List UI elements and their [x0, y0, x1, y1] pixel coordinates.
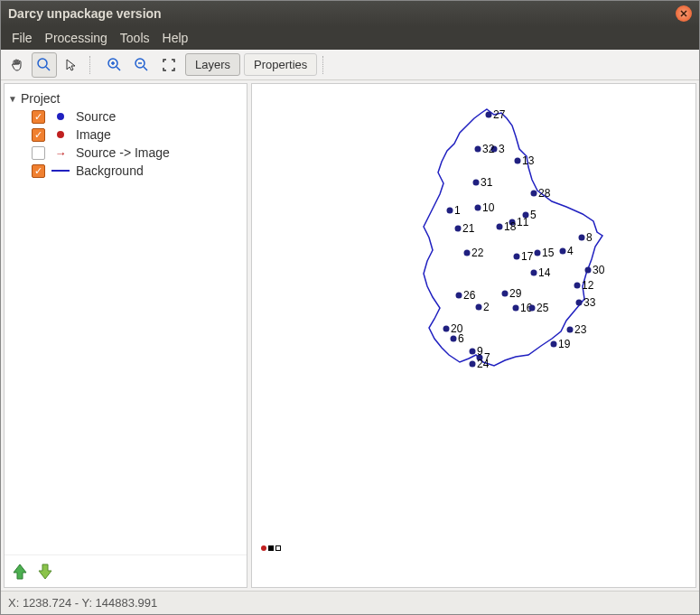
arrow-cursor-icon	[64, 58, 79, 72]
map-point[interactable]	[513, 305, 519, 312]
map-point[interactable]	[451, 336, 457, 342]
map-point-label: 27	[493, 108, 506, 121]
move-down-button[interactable]	[35, 562, 55, 582]
map-point-label: 29	[509, 287, 522, 300]
layer-source-to-image-checkbox[interactable]	[32, 146, 45, 160]
map-point[interactable]	[531, 270, 537, 276]
map-point[interactable]	[560, 248, 566, 255]
zoom-in-icon	[107, 57, 123, 73]
statusbar: X: 1238.724 - Y: 144883.991	[1, 591, 699, 614]
map-point[interactable]	[502, 291, 509, 297]
layers-panel: ▼ Project Source Image → Source -> Image	[4, 83, 247, 588]
map-point[interactable]	[567, 327, 574, 333]
map-point[interactable]	[531, 191, 537, 197]
map-point[interactable]	[455, 226, 462, 232]
map-point-label: 9	[477, 345, 483, 358]
zoom-out-button[interactable]	[129, 52, 154, 78]
map-point-label: 26	[463, 289, 476, 302]
magnifier-icon	[36, 57, 52, 73]
map-point-label: 14	[538, 266, 551, 279]
svg-point-0	[38, 59, 47, 68]
expand-icon	[161, 57, 177, 73]
content: ▼ Project Source Image → Source -> Image	[1, 80, 699, 591]
coord-readout: X: 1238.724 - Y: 144883.991	[8, 596, 157, 610]
layer-image-checkbox[interactable]	[32, 128, 45, 142]
map-point-label: 28	[538, 187, 551, 200]
menu-file[interactable]: File	[6, 29, 38, 47]
map-point-label: 2	[483, 301, 490, 313]
map-point[interactable]	[475, 146, 481, 153]
map-point[interactable]	[535, 250, 541, 256]
point-blue-icon	[51, 113, 70, 120]
menu-processing[interactable]: Processing	[40, 29, 113, 47]
map-point-label: 17	[521, 250, 534, 263]
legend-square-icon	[268, 545, 274, 551]
layer-background[interactable]: Background	[8, 162, 243, 180]
titlebar: Darcy unpackage version	[1, 1, 699, 26]
layer-label: Image	[76, 127, 111, 142]
map-point[interactable]	[464, 250, 471, 256]
map-point-label: 13	[522, 154, 535, 167]
tab-layers[interactable]: Layers	[185, 53, 240, 76]
map-point-label: 24	[477, 358, 490, 370]
layer-image[interactable]: Image	[8, 126, 243, 144]
select-tool[interactable]	[59, 52, 84, 78]
close-button[interactable]	[676, 5, 692, 22]
map-point[interactable]	[515, 158, 521, 164]
map-point[interactable]	[447, 208, 453, 214]
map-point[interactable]	[470, 349, 476, 355]
window-title: Darcy unpackage version	[8, 6, 162, 21]
legend-square-icon	[275, 545, 281, 551]
map-point[interactable]	[473, 180, 480, 186]
menu-help[interactable]: Help	[157, 29, 194, 47]
map-point[interactable]	[443, 326, 450, 332]
toolbar: Layers Properties	[1, 50, 699, 80]
zoom-tool[interactable]	[32, 52, 57, 78]
map-point[interactable]	[551, 341, 557, 348]
map-point-label: 25	[537, 302, 549, 314]
map-point-label: 5	[530, 209, 537, 221]
separator	[322, 56, 330, 74]
layer-tree: ▼ Project Source Image → Source -> Image	[5, 84, 247, 554]
map-canvas[interactable]: 1234567891011121314151617181920212223242…	[251, 83, 696, 588]
map-point[interactable]	[514, 254, 520, 260]
map-point[interactable]	[486, 112, 492, 118]
map-point-label: 33	[583, 296, 596, 309]
map-point-label: 32	[482, 143, 495, 155]
map-point-label: 30	[593, 264, 605, 276]
zoom-in-button[interactable]	[102, 52, 127, 78]
mini-legend	[261, 545, 281, 551]
zoom-extent-button[interactable]	[156, 52, 182, 78]
layer-label: Background	[76, 163, 144, 178]
menubar: File Processing Tools Help	[1, 26, 699, 50]
map-point[interactable]	[529, 305, 536, 312]
map-point[interactable]	[456, 293, 462, 299]
map-point[interactable]	[574, 283, 581, 289]
pan-tool[interactable]	[5, 52, 30, 78]
map-point-label: 23	[574, 323, 587, 336]
collapse-icon: ▼	[8, 94, 17, 104]
map-point-label: 3	[499, 143, 505, 155]
map-point[interactable]	[475, 205, 481, 211]
layer-label: Source	[76, 109, 116, 124]
map-point[interactable]	[470, 361, 476, 368]
map-point[interactable]	[576, 300, 583, 306]
map-point-label: 19	[558, 338, 571, 350]
map-point[interactable]	[497, 224, 503, 230]
map-point-label: 20	[451, 322, 463, 335]
move-up-button[interactable]	[10, 562, 30, 582]
layer-source-to-image[interactable]: → Source -> Image	[8, 144, 243, 162]
zoom-out-icon	[134, 57, 150, 73]
tree-root[interactable]: ▼ Project	[8, 89, 243, 107]
map-point-label: 31	[481, 176, 493, 189]
layer-source[interactable]: Source	[8, 107, 243, 126]
map-point-label: 8	[586, 231, 593, 244]
layer-background-checkbox[interactable]	[32, 164, 45, 178]
map-point[interactable]	[476, 304, 482, 311]
layer-source-checkbox[interactable]	[32, 110, 45, 124]
map-point[interactable]	[579, 235, 585, 241]
tab-properties[interactable]: Properties	[244, 53, 317, 76]
menu-tools[interactable]: Tools	[115, 29, 155, 47]
map-point[interactable]	[585, 267, 592, 274]
map-point-label: 11	[517, 216, 529, 228]
